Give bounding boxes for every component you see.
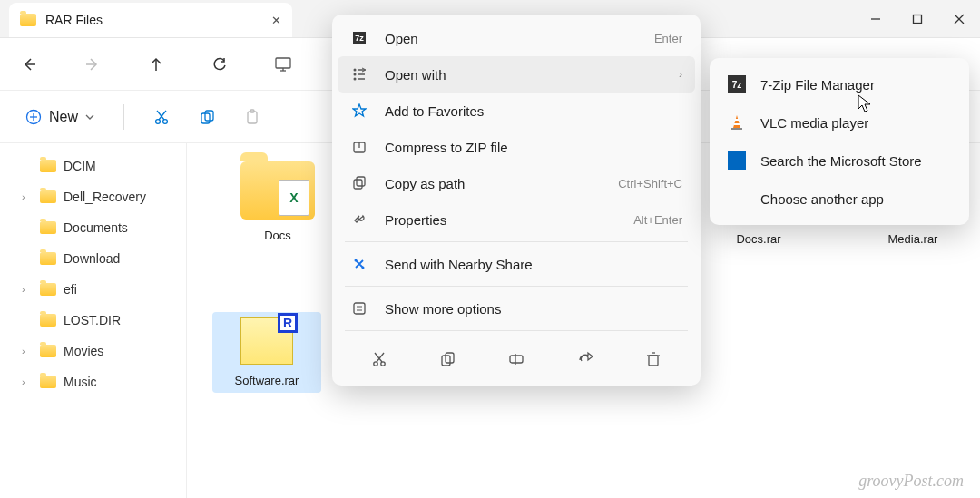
menu-compress-zip[interactable]: Compress to ZIP file bbox=[338, 129, 695, 165]
nav-tree: DCIM ›Dell_Recovery Documents Download ›… bbox=[0, 143, 187, 498]
menu-action-row bbox=[338, 335, 695, 380]
tab-title: RAR Files bbox=[45, 13, 262, 27]
open-with-submenu: 7z 7-Zip File Manager VLC media player S… bbox=[710, 58, 969, 225]
tree-item-dell-recovery[interactable]: ›Dell_Recovery bbox=[0, 181, 186, 212]
rar-icon: R bbox=[240, 317, 293, 365]
forward-button[interactable] bbox=[74, 46, 111, 83]
back-button[interactable] bbox=[11, 46, 47, 83]
tree-item-documents[interactable]: Documents bbox=[0, 212, 186, 243]
tree-label: LOST.DIR bbox=[64, 313, 121, 327]
tree-item-download[interactable]: Download bbox=[0, 243, 186, 274]
chevron-right-icon: › bbox=[679, 68, 682, 81]
svg-point-21 bbox=[354, 69, 357, 72]
svg-rect-27 bbox=[357, 177, 365, 186]
menu-hint: Alt+Enter bbox=[633, 213, 682, 227]
minimize-button[interactable] bbox=[855, 0, 897, 38]
folder-icon bbox=[20, 14, 36, 26]
more-icon bbox=[350, 301, 368, 316]
svg-point-34 bbox=[381, 362, 385, 366]
tree-item-lostdir[interactable]: LOST.DIR bbox=[0, 305, 186, 336]
rename-button[interactable] bbox=[498, 344, 534, 375]
close-icon[interactable]: ✕ bbox=[271, 14, 281, 27]
svg-point-23 bbox=[354, 78, 357, 81]
maximize-button[interactable] bbox=[897, 0, 938, 38]
svg-rect-44 bbox=[735, 119, 739, 121]
svg-rect-30 bbox=[354, 303, 365, 314]
menu-more-options[interactable]: Show more options bbox=[338, 290, 695, 327]
tree-label: DCIM bbox=[64, 159, 96, 173]
menu-properties[interactable]: Properties Alt+Enter bbox=[338, 201, 695, 238]
window-controls bbox=[855, 0, 980, 38]
openwith-icon bbox=[350, 67, 368, 82]
cut-button[interactable] bbox=[361, 344, 397, 375]
file-docs-folder[interactable]: X Docs bbox=[223, 156, 332, 248]
submenu-vlc[interactable]: VLC media player bbox=[715, 103, 964, 142]
svg-rect-39 bbox=[510, 356, 523, 363]
cut-button[interactable] bbox=[142, 99, 181, 135]
submenu-choose-app[interactable]: Choose another app bbox=[715, 180, 964, 218]
svg-rect-7 bbox=[276, 58, 290, 68]
svg-point-33 bbox=[374, 362, 377, 366]
tree-label: efi bbox=[64, 282, 77, 297]
svg-rect-41 bbox=[649, 356, 658, 366]
watermark: groovyPost.com bbox=[858, 472, 964, 491]
folder-icon bbox=[40, 376, 56, 388]
store-icon bbox=[728, 151, 746, 170]
chevron-down-icon bbox=[85, 112, 94, 122]
tree-item-music[interactable]: ›Music bbox=[0, 366, 186, 397]
svg-point-22 bbox=[354, 73, 357, 76]
tab-rar-files[interactable]: RAR Files ✕ bbox=[9, 3, 292, 37]
separator bbox=[345, 286, 688, 287]
copy-button[interactable] bbox=[429, 344, 466, 375]
svg-rect-45 bbox=[734, 123, 740, 125]
star-icon bbox=[350, 103, 368, 118]
menu-label: Add to Favorites bbox=[385, 103, 682, 119]
tree-item-efi[interactable]: ›efi bbox=[0, 274, 186, 305]
vlc-icon bbox=[728, 113, 746, 132]
folder-icon bbox=[40, 283, 56, 296]
nearby-icon bbox=[350, 257, 368, 271]
delete-button[interactable] bbox=[635, 344, 671, 375]
folder-icon: X bbox=[240, 161, 315, 220]
svg-rect-19 bbox=[248, 112, 257, 123]
svg-point-14 bbox=[163, 119, 168, 123]
submenu-7zip[interactable]: 7z 7-Zip File Manager bbox=[715, 65, 964, 103]
folder-icon bbox=[40, 252, 56, 265]
separator bbox=[345, 330, 688, 331]
menu-label: Copy as path bbox=[385, 176, 602, 191]
svg-point-29 bbox=[362, 267, 365, 269]
menu-label: Compress to ZIP file bbox=[385, 140, 682, 155]
folder-icon bbox=[40, 345, 56, 357]
share-button[interactable] bbox=[567, 344, 603, 375]
close-button[interactable] bbox=[938, 0, 980, 38]
new-label: New bbox=[49, 109, 78, 125]
menu-open[interactable]: 7z Open Enter bbox=[338, 20, 695, 56]
tree-item-dcim[interactable]: DCIM bbox=[0, 151, 186, 181]
new-button[interactable]: New bbox=[15, 103, 105, 131]
refresh-button[interactable] bbox=[201, 46, 238, 83]
submenu-microsoft-store[interactable]: Search the Microsoft Store bbox=[715, 142, 964, 180]
tree-label: Download bbox=[64, 251, 120, 266]
menu-add-favorites[interactable]: Add to Favorites bbox=[338, 93, 695, 129]
menu-hint: Enter bbox=[654, 32, 682, 45]
menu-open-with[interactable]: Open with › bbox=[338, 56, 695, 93]
this-pc-icon[interactable] bbox=[265, 46, 301, 83]
up-button[interactable] bbox=[138, 46, 174, 83]
submenu-label: VLC media player bbox=[760, 115, 868, 131]
sevenzip-icon: 7z bbox=[350, 32, 368, 44]
menu-label: Open with bbox=[385, 67, 662, 83]
tree-item-movies[interactable]: ›Movies bbox=[0, 336, 186, 366]
menu-nearby-share[interactable]: Send with Nearby Share bbox=[338, 246, 695, 282]
submenu-label: Choose another app bbox=[760, 191, 884, 207]
menu-label: Show more options bbox=[385, 301, 682, 317]
svg-rect-1 bbox=[914, 15, 922, 24]
folder-icon bbox=[40, 314, 56, 327]
separator bbox=[345, 241, 688, 242]
wrench-icon bbox=[350, 212, 368, 227]
copy-button[interactable] bbox=[188, 99, 226, 135]
file-software-rar[interactable]: R Software.rar bbox=[212, 312, 321, 393]
paste-button[interactable] bbox=[233, 99, 271, 135]
zip-icon bbox=[350, 140, 368, 154]
menu-copy-path[interactable]: Copy as path Ctrl+Shift+C bbox=[338, 165, 695, 201]
sevenzip-icon: 7z bbox=[728, 75, 746, 93]
